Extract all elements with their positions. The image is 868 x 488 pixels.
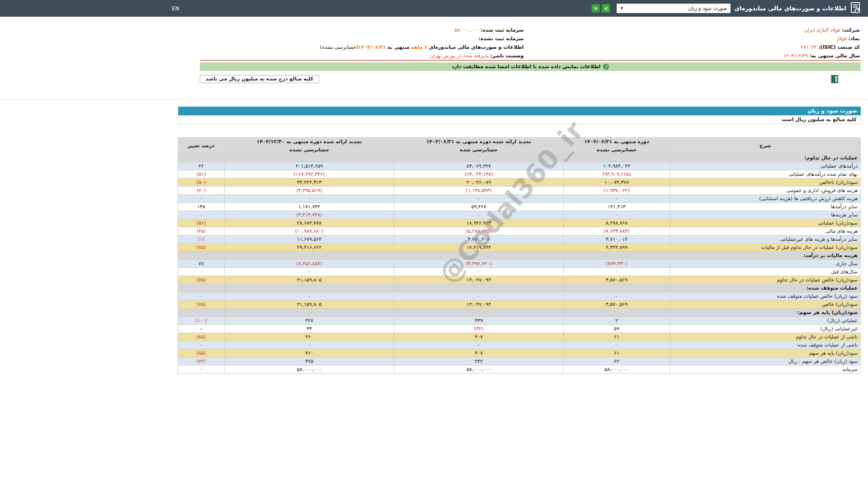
value-cell: ۱۴,۰۲۷,۰۹۴ xyxy=(394,300,564,308)
statement-row: سود(زیان) خالص۳,۵۷۰,۵۶۹۱۴,۰۲۷,۰۹۴۲۱,۱۵۹,… xyxy=(178,300,861,308)
section-header-row: عملیات متوقف شده: xyxy=(178,284,861,292)
statement-row: هزینه های مالی(۷,۶۴۳,۸۸۳)(۵,۲۸۷,۶۳۵)(۱۰,… xyxy=(178,227,861,235)
statement-row: سال جاری(۷۷۴,۳۳۰)(۳,۳۹۲,۶۴۰)(۸,۲۵۶,۸۵۷)۷… xyxy=(178,259,861,267)
value-cell: ۶۱ xyxy=(564,349,670,357)
signed-data-banner: i اطلاعات نمایش داده شده با اطلاعات امضا… xyxy=(200,62,861,71)
percent-change-cell: (۷۵) xyxy=(178,243,225,251)
percent-change-cell: (۸۵) xyxy=(178,349,225,357)
statement-row: سود(زیان) ناخالص۱۰,۰۷۴,۳۷۷۲۰,۰۲۶,۰۸۹۳۴,۲… xyxy=(178,178,861,186)
value-cell: ۰ xyxy=(394,211,564,219)
statement-row: درآمدهای عملیاتی۱۰۴,۹۸۴,۰۴۲۸۳,۰۶۹,۲۲۷۲۰۱… xyxy=(178,162,861,170)
percent-change-cell: -- xyxy=(178,324,225,333)
statement-row: سایر هزینه‌ها۰۰(۳,۴۱۳,۷۴۸)۰ xyxy=(178,211,861,219)
value-cell: (۳,۲۹۵,۵۱۹) xyxy=(225,186,394,194)
value-cell: ۶۱ xyxy=(564,333,670,341)
value-cell: ۲۹,۴۱۶,۶۶۲ xyxy=(225,243,394,251)
value-cell: ۴۳۹ xyxy=(394,316,564,324)
section-label: سود(زیان) پایه هر سهم: xyxy=(670,308,861,316)
language-toggle-en[interactable]: EN xyxy=(172,5,179,12)
empty-cell xyxy=(225,308,394,316)
section-label: عملیات در حال تداوم: xyxy=(670,154,861,162)
percent-change-cell: (۷۵) xyxy=(178,276,225,284)
value-cell: ۴۶۰ xyxy=(225,349,394,357)
value-cell: ۳۶۵ xyxy=(225,357,394,365)
percent-change-cell: (۷۰) xyxy=(178,186,225,194)
top-navbar: اطلاعات و صورت‌های مالی میاندوره‌ای صورت… xyxy=(0,0,868,17)
company-info-row: شرکت: فولاد آلیاژی ایران سرمایه ثبت شده:… xyxy=(200,26,861,34)
percent-change-cell: ۰ xyxy=(178,292,225,300)
section-label: عملیات متوقف شده: xyxy=(670,284,861,292)
empty-cell xyxy=(178,308,225,316)
statement-row: سود(زیان) پایه هر سهم۶۱۴۰۷۴۶۰(۸۵) xyxy=(178,349,861,357)
value-cell: (۱,۱۳۸,۵۹۳) xyxy=(394,186,564,194)
row-label: سود (زیان) خالص عملیات متوقف شده xyxy=(670,292,861,300)
statement-row: سال‌های قبل۰۰۰۰ xyxy=(178,267,861,276)
section-header-row: هزینه مالیات بر درآمد: xyxy=(178,251,861,259)
company-info-row: کد صنعت (ISIC): ۲۷۱۰۲۲ اطلاعات و صورت‌ها… xyxy=(200,43,861,52)
row-label: سایر درآمدها xyxy=(670,202,861,211)
empty-cell xyxy=(225,284,394,292)
empty-cell xyxy=(564,154,670,162)
empty-cell xyxy=(394,284,564,292)
section-divider xyxy=(0,99,868,99)
company-label: شرکت: xyxy=(842,27,860,33)
row-label: ناشی از عملیات در حال تداوم xyxy=(670,333,861,341)
value-cell: ۳۴,۲۲۲,۳۱۳ xyxy=(225,178,394,186)
percent-change-cell: ۰ xyxy=(178,194,225,202)
excel-export-icon[interactable]: X xyxy=(831,75,838,83)
value-cell: ۱۱,۶۷۹,۵۶۴ xyxy=(225,235,394,243)
value-cell: ۰ xyxy=(564,341,670,349)
value-cell: ۱۷,۴۱۹,۷۳۴ xyxy=(394,243,564,251)
percent-change-cell: ۲۶ xyxy=(178,162,225,170)
col-header-audit-status-3: حسابرسی نشده xyxy=(225,145,394,154)
empty-cell xyxy=(394,308,564,316)
value-cell: ۴۰۷ xyxy=(394,333,564,341)
period-end-date: ۱۴۰۴/۰۶/۳۱ xyxy=(358,44,386,50)
value-cell: ۵۸,۰۰۰,۰۰۰ xyxy=(564,365,670,373)
percent-change-cell: ۷۷ xyxy=(178,259,225,267)
value-cell: ۸,۲۷۸,۷۶۸ xyxy=(564,219,670,227)
section-header-row: سود(زیان) پایه هر سهم: xyxy=(178,308,861,316)
company-value: فولاد آلیاژی ایران xyxy=(804,27,840,33)
value-cell: ۱۰,۰۷۴,۳۷۷ xyxy=(564,178,670,186)
statement-row: سود(زیان) خالص عملیات در حال تداوم۳,۵۷۰,… xyxy=(178,276,861,284)
previous-report-button[interactable]: < xyxy=(591,4,600,13)
empty-cell xyxy=(225,154,394,162)
statement-row: هزینه های فروش، اداری و عمومی(۱,۹۳۷,۰۲۲)… xyxy=(178,186,861,194)
report-type-select[interactable]: صورت سود و زیان ▼ xyxy=(617,4,731,13)
value-cell: (۳۲) xyxy=(394,324,564,333)
codal-logo-icon[interactable] xyxy=(850,2,861,15)
report-select-value: صورت سود و زیان xyxy=(688,5,727,11)
chevron-down-icon: ▼ xyxy=(620,6,623,10)
percent-change-cell: (۵۰) xyxy=(178,178,225,186)
row-label: بهای تمام شده درآمدهای عملیاتی xyxy=(670,170,861,178)
row-label: سایر هزینه‌ها xyxy=(670,211,861,219)
percent-change-cell: (۱۰۰) xyxy=(178,316,225,324)
next-report-button[interactable]: > xyxy=(602,4,610,13)
value-cell: ۱,۱۷۱,۷۳۲ xyxy=(225,202,394,211)
symbol-field: نماد: فولاژ xyxy=(524,34,861,43)
row-label: هزینه کاهش ارزش دریافتنی ها (هزینه استثن… xyxy=(670,194,861,202)
signed-data-banner-text: اطلاعات نمایش داده شده با اطلاعات امضا ش… xyxy=(452,64,601,70)
percent-change-cell: ۰ xyxy=(178,211,225,219)
statement-row: سایر درآمدها و هزینه های غیرعملیاتی۳,۷۱۰… xyxy=(178,235,861,243)
value-cell: ۰ xyxy=(225,292,394,300)
value-cell: ۴۶۰ xyxy=(225,333,394,341)
value-cell: (۷,۶۴۳,۸۸۳) xyxy=(564,227,670,235)
page-title: اطلاعات و صورت‌های مالی میاندوره‌ای xyxy=(734,5,846,12)
value-cell: (۷۷۴,۳۳۰) xyxy=(564,259,670,267)
percent-change-cell: (۸۵) xyxy=(178,333,225,341)
income-statement-section: @Codal360_ir صورت سود و زیان کلیه مبالغ … xyxy=(178,107,861,374)
company-info-table: شرکت: فولاد آلیاژی ایران سرمایه ثبت شده:… xyxy=(200,26,861,61)
registered-capital-field: سرمایه ثبت شده: ۵۸,۰۰۰,۰۰۰ xyxy=(200,26,524,34)
row-label: سایر درآمدها و هزینه های غیرعملیاتی xyxy=(670,235,861,243)
value-cell: ۰ xyxy=(564,292,670,300)
percent-change-cell: (۱) xyxy=(178,235,225,243)
value-cell: ۰ xyxy=(564,194,670,202)
value-cell: ۰ xyxy=(564,267,670,276)
issuer-status-field: وضعیت ناشر: پذیرفته شده در بورس تهران xyxy=(200,52,524,60)
value-cell: ۲۸,۶۸۴,۷۷۸ xyxy=(225,219,394,227)
value-cell: ۰ xyxy=(225,267,394,276)
value-cell: ۲۰۱,۵۱۴,۶۵۹ xyxy=(225,162,394,170)
company-info-row: نماد: فولاژ سرمایه ثبت نشده: ۰ xyxy=(200,34,861,43)
